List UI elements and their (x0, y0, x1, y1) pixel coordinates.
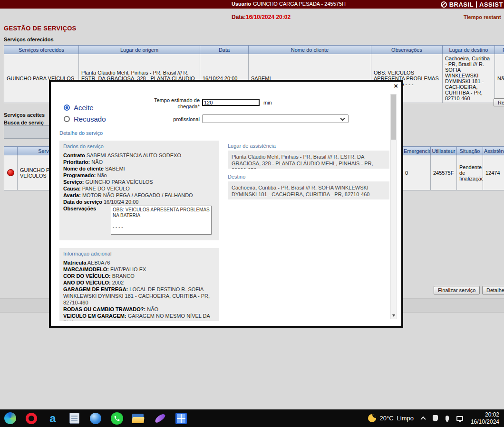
recusado-label[interactable]: Recusado (74, 115, 106, 123)
date-label: Data: (232, 14, 246, 20)
col-profissional: Profissional (495, 46, 504, 54)
shield-icon[interactable] (433, 415, 438, 421)
field-rodas-cambio: RODAS OU CAMBIO TRAVADO?: NÃO (63, 306, 215, 313)
observacoes-textarea[interactable]: OBS: VEICULOS APRESENTA PROBLEMAS NA BAT… (111, 206, 212, 235)
status-red-dot-icon (7, 169, 14, 176)
brand: BRASIL ASSIST (441, 0, 503, 9)
network-icon[interactable] (456, 416, 463, 421)
destino-text: Cachoeira, Curitiba - PR, Brasil /// R. … (232, 184, 386, 198)
chevron-up-icon[interactable] (420, 416, 426, 421)
scrollbar-down-arrow-icon[interactable] (391, 313, 396, 319)
modal-scrollbar[interactable] (390, 94, 397, 319)
brand-right: ASSIST (479, 1, 503, 8)
windows-taskbar: a 20°C Limpo 20:02 16/10/2024 (0, 409, 504, 427)
col-lugar-destino: Lugar de destino (443, 46, 495, 54)
scrollbar-thumb[interactable] (391, 95, 396, 140)
file-explorer-icon[interactable] (132, 412, 145, 425)
brand-left: BRASIL (449, 1, 474, 8)
field-data-servico: Data do serviço 16/10/24 20:00 (63, 199, 215, 205)
col-servicos-oferecidos: Serviços oferecidos (4, 46, 79, 54)
field-nome-cliente: Nome do cliente SABEMI (63, 165, 215, 172)
detalhe-servico-button[interactable]: Detalhe do serviço (482, 286, 504, 294)
chevron-down-icon (340, 116, 345, 121)
whatsapp-icon[interactable] (111, 412, 123, 425)
clock-time: 20:02 (471, 411, 499, 418)
page-title: GESTÃO DE SERVIÇOS (4, 25, 77, 32)
offered-header-row: Serviços oferecidos Lugar de origem Data… (4, 46, 504, 54)
field-servico: Serviço: GUINCHO PARA VEÍCULOS (63, 179, 215, 185)
date-value: 16/10/2024 20:02 (246, 14, 291, 20)
recusado-radio[interactable] (64, 116, 70, 122)
field-ano-veiculo: ANO DO VEÍCULO: 2002 (63, 279, 215, 286)
observacoes-label: Observações (63, 206, 111, 235)
field-matricula: Matricula AEB0A76 (63, 259, 215, 266)
aceite-radio[interactable] (64, 104, 70, 111)
profissional-label: profissional (152, 116, 200, 122)
recusado-option[interactable]: Recusado (64, 115, 106, 123)
field-cor-veiculo: COR DO VEÍCULO: BRANCO (63, 273, 215, 279)
cell-assistencia: 12474 (483, 155, 504, 190)
time-remaining-label: Tiempo restant (464, 14, 501, 20)
dados-servico-title: Dados do serviço (63, 143, 215, 149)
destino-panel: Cachoeira, Curitiba - PR, Brasil /// R. … (228, 181, 389, 199)
weather-temp: 20°C (379, 415, 393, 422)
cell-status (4, 155, 18, 190)
tempo-estimado-label: Tempo estimado de chegada* (152, 97, 200, 110)
field-garagem-entrega: GARAGEM DE ENTREGA: LOCAL DE DESTINO R. … (63, 286, 215, 306)
field-programado: Programado: Não (63, 172, 215, 179)
cell-profissional: Não (495, 54, 504, 103)
tempo-estimado-input[interactable] (202, 99, 260, 106)
top-bar: UsuarioGUINCHO CARGA PESADA - 245575H BR… (0, 0, 504, 9)
logged-user: UsuarioGUINCHO CARGA PESADA - 245575H (232, 1, 346, 7)
edge-browser-icon[interactable] (4, 412, 16, 425)
service-search-label: Busca de serviç (4, 120, 44, 125)
refresh-button[interactable]: Re (494, 98, 504, 106)
microphone-icon[interactable] (446, 416, 449, 421)
brasil-assist-logo-icon (441, 1, 447, 8)
profissional-select[interactable] (202, 114, 349, 123)
section-divider (59, 138, 388, 138)
field-marca-modelo: MARCA/MODELO: FIAT/PALIO EX (63, 266, 215, 273)
field-veiculo-garagem: VEICULO EM GARAGEM: GARAGEM NO MESMO NÍV… (63, 313, 215, 321)
lugar-assistencia-panel: Planta Cláudio Mehl, Pinhais - PR, Brasi… (228, 151, 389, 169)
field-contrato: Contrato SABEMI ASSISTÊNCIA AUTO SODEXO (63, 152, 215, 159)
cell-situacao: Pendente de finalização (457, 155, 483, 190)
accepted-services-label: Serviços aceites (4, 112, 45, 118)
globe-browser-icon[interactable] (89, 412, 102, 425)
taskbar-apps: a (3, 412, 187, 425)
blue-grid-app-icon[interactable] (175, 412, 187, 425)
field-prioritario: Prioritario: NÃO (63, 159, 215, 165)
close-icon[interactable]: × (394, 82, 398, 90)
informacao-adicional-title: Informação adicional (63, 251, 215, 256)
blue-a-app-icon[interactable]: a (47, 412, 59, 425)
lugar-assistencia-title: Lugar de assistência (228, 143, 276, 149)
phone-glyph (114, 415, 120, 422)
col-data: Data (200, 46, 249, 54)
user-label: Usuario (232, 1, 251, 7)
opera-browser-icon[interactable] (25, 412, 38, 425)
detalhe-servico-title: Detalhe do serviço (59, 130, 103, 136)
weather-desc: Limpo (397, 415, 414, 422)
cell-destino: Cachoeira, Curitiba - PR, Brasil /// R. … (443, 54, 495, 103)
taskbar-tray: 20°C Limpo 20:02 16/10/2024 (368, 411, 501, 426)
weather-moon-icon (368, 414, 376, 422)
clock-date: 16/10/2024 (471, 418, 499, 426)
informacao-adicional-panel: Informação adicional Matricula AEB0A76 M… (59, 248, 219, 321)
taskbar-clock[interactable]: 20:02 16/10/2024 (471, 411, 499, 426)
offered-services-label: Serviços oferecidos (4, 37, 54, 42)
aceite-option[interactable]: Aceite (64, 104, 94, 112)
cell-utilisateur: 245575F (431, 155, 457, 190)
aceite-label[interactable]: Aceite (74, 104, 94, 112)
col-observacoes: Observações (371, 46, 443, 54)
lugar-assistencia-text: Planta Cláudio Mehl, Pinhais - PR, Brasi… (232, 153, 386, 169)
purple-app-icon[interactable] (154, 412, 166, 425)
field-avaria: Avaria: MOTOR NÃO PEGA / AFOGADO / FALHA… (63, 192, 215, 199)
col-utilisateur: Utilisateur (431, 147, 457, 155)
brand-divider (476, 1, 477, 8)
finalizar-servico-button[interactable]: Finalizar serviço (434, 286, 480, 294)
notepad-icon[interactable] (68, 412, 80, 425)
cell-emergencial: 0 (403, 155, 431, 190)
col-status (4, 147, 18, 155)
weather-widget[interactable]: 20°C Limpo (368, 414, 413, 422)
dados-servico-panel: Dados do serviço Contrato SABEMI ASSISTÊ… (59, 141, 219, 240)
